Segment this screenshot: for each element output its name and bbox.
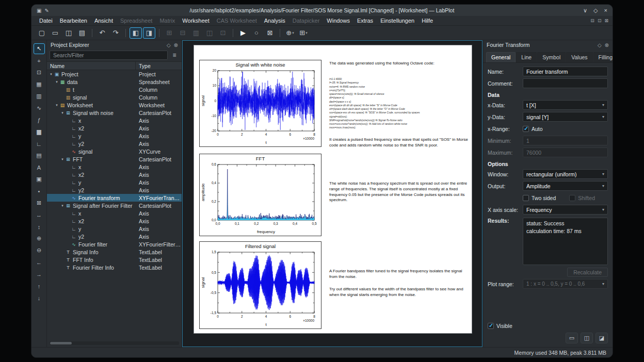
tree-row-x[interactable]: ∟xAxis [47,209,182,217]
tree-row-y[interactable]: ∟yAxis [47,132,182,140]
mdi-restore-icon[interactable]: ⊡ [598,18,602,23]
tab-values[interactable]: Values [566,52,592,62]
shifted-checkbox[interactable]: Shifted [569,195,595,201]
expander-icon[interactable]: ▾ [54,80,59,84]
zoom-out-button[interactable]: ⊖ [34,245,45,256]
octave-intro-label[interactable]: The data was generated using the followi… [329,61,469,67]
crosshair-tool-button[interactable]: + [34,55,45,66]
menu-analysis[interactable]: Analysis [261,17,289,24]
tab-filling[interactable]: Filling [593,52,613,62]
menu-worksheet[interactable]: Worksheet [179,17,213,24]
search-input[interactable]: Search/Filter [50,51,168,60]
tree-row-worksheet[interactable]: ▾▤WorksheetWorksheet [47,101,182,109]
auto-scale-y-button[interactable]: ↕ [34,221,45,232]
tree-row-signal-after-fourier-filter[interactable]: ▾⊞Signal after Fourier FilterCartesianPl… [47,202,182,209]
undo-button[interactable]: ↶ [96,27,108,39]
add-legend-button[interactable]: ▤ [34,150,45,161]
filter-options-button[interactable]: ≡ [170,51,179,60]
comment-input[interactable] [523,78,608,88]
tree-row-project[interactable]: ▾▣ProjectProject [47,70,182,78]
worksheet-view[interactable]: Signal with white noise20100-10-2002468s… [182,40,482,347]
maximum-input[interactable]: 76000 [523,147,608,157]
vertical-layout-button[interactable]: ◧ [130,27,142,39]
octave-code-label[interactable]: t=1:1:4000;f=.05; % Signal frequencynois… [329,77,470,130]
add-plot-two-axes-button[interactable]: ▥ [34,91,45,102]
tree-row-signal-with-noise[interactable]: ▾⊞Signal with noiseCartesianPlot [47,109,182,117]
tree-row-fft-info[interactable]: TFFT InfoTextLabel [47,256,182,264]
recalculate-button[interactable]: Recalculate [567,268,608,277]
menu-matrix[interactable]: Matrix [156,17,179,24]
signal-info-label[interactable]: It creates a pulsed fixed frequency sine… [329,137,469,149]
tab-line[interactable]: Line [516,52,537,62]
add-image-button[interactable]: ▣ [34,174,45,185]
filter-info-label-2[interactable]: Try out different values for the width o… [329,287,469,298]
tree-row-t[interactable]: ▥tColumn [47,86,182,93]
plot-fft[interactable]: FFT0,00,20,40,60,00,10,20,30,40,5amplitu… [199,154,321,236]
menu-datei[interactable]: Datei [36,17,56,24]
minimum-input[interactable]: 1 [523,136,608,145]
tree-row-y[interactable]: ∟yAxis [47,225,182,233]
menu-datapicker[interactable]: Datapicker [289,17,324,24]
add-histogram-button[interactable]: ▆ [34,126,45,137]
y-data-select[interactable]: signal [Y] ▾ [523,112,608,122]
align-columns-button[interactable]: ◫ [203,27,216,39]
tree-row-x2[interactable]: ∟x2Axis [47,124,182,132]
tree-row-x2[interactable]: ∟x2Axis [47,171,182,178]
expander-icon[interactable]: ▾ [60,157,65,161]
titlebar[interactable]: ▣ ✎ /usr/share/labplot2/examples/Analysi… [31,5,613,16]
open-project-button[interactable]: ▭ [49,27,61,39]
output-select[interactable]: Amplitude ▾ [523,181,608,191]
redo-button[interactable]: ↷ [109,27,122,39]
two-sided-checkbox[interactable]: Two sided [523,195,556,201]
add-xy-curve-button[interactable]: ∿ [34,103,45,113]
auto-scale-button[interactable]: ⊠ [34,198,45,208]
plot-filtered-signal[interactable]: Filtered signal1,50,5-0,5-1,502468signal… [199,241,321,329]
name-input[interactable]: Fourier transform [523,67,608,76]
select-tool-button[interactable]: ↖ [34,43,45,54]
maximize-button[interactable]: ◇ [593,7,598,14]
add-custom-point-button[interactable]: • [34,186,45,196]
filter-info-label-1[interactable]: A Fourier bandpass filter tuned to the s… [329,269,469,280]
x-data-select[interactable]: t [X] ▾ [523,100,608,110]
tree-row-y2[interactable]: ∟y2Axis [47,186,182,194]
float-dock-icon[interactable]: ◇ [598,42,602,48]
menu-bearbeiten[interactable]: Bearbeiten [56,17,91,24]
menu-spreadsheet[interactable]: Spreadsheet [117,17,156,24]
no-layout-button[interactable]: ▥ [190,27,202,39]
shift-right-button[interactable]: → [34,269,45,279]
menu-ansicht[interactable]: Ansicht [91,17,117,24]
magnification-dropdown[interactable]: ⊞▾ [297,27,310,39]
break-layout-button[interactable]: ⊟ [176,27,189,39]
expander-icon[interactable]: ▾ [54,103,59,107]
tree-row-x[interactable]: ∟xAxis [47,163,182,171]
zoom-in-button[interactable]: ⊕ [34,233,45,244]
window-select[interactable]: rectangular (uniform) ▾ [523,169,608,179]
add-axis-button[interactable]: ∟ [34,138,45,149]
horizontal-layout-button[interactable]: ◨ [143,27,155,39]
worksheet-page[interactable]: Signal with white noise20100-10-2002468s… [194,45,472,334]
load-template-button[interactable]: ▭ [566,333,578,343]
tree-row-y[interactable]: ∟yAxis [47,178,182,186]
x-axis-scale-select[interactable]: Frequency ▾ [523,205,608,215]
horizontal-scrollbar[interactable] [50,341,179,345]
close-panel-icon[interactable]: ⊗ [174,42,178,48]
menu-cas-worksheet[interactable]: CAS Worksheet [213,17,261,24]
menu-windows[interactable]: Windows [323,17,353,24]
mdi-close-icon[interactable]: ⊠ [604,18,608,23]
tree-row-signal-info[interactable]: TSignal InfoTextLabel [47,248,182,256]
shift-down-button[interactable]: ↓ [34,292,45,303]
auto-checkbox[interactable]: Auto [523,126,608,132]
zoom-fit-button[interactable]: ⊠ [264,27,276,39]
save-template-button[interactable]: ◫ [581,333,593,343]
print-button[interactable]: ▤ [76,27,88,39]
power-button[interactable]: ○ [250,27,263,39]
shift-left-button[interactable]: ← [34,257,45,268]
tree-row-y2[interactable]: ∟y2Axis [47,140,182,147]
tree-row-x[interactable]: ∟xAxis [47,117,182,124]
expander-icon[interactable]: ▾ [49,72,54,76]
zoom-mode-dropdown[interactable]: ⊕▾ [284,27,296,39]
add-text-label-button[interactable]: A [34,162,45,173]
close-button[interactable]: × [604,7,607,14]
mdi-minimize-icon[interactable]: ⊟ [590,18,594,23]
plot-range-select[interactable]: 1 : x = 0 .. 0,5, y = 0 .. 0,6 ▾ [523,279,608,289]
